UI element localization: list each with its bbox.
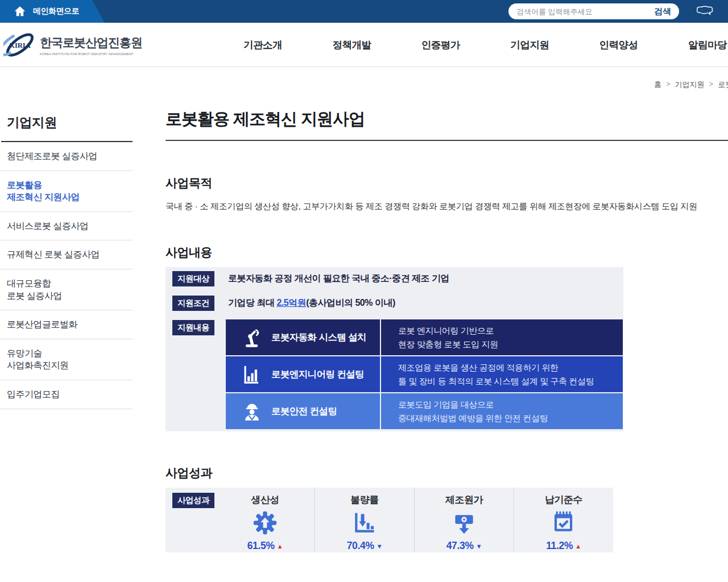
sidebar-item-service-robot[interactable]: 서비스로봇 실증사업 [0,212,133,241]
sidebar-item-tenant-recruitment[interactable]: 입주기업모집 [0,380,133,409]
main-home-label: 메인화면으로 [33,6,79,16]
support-detail-badge: 지원내용 [172,320,214,335]
svg-text:KIRIA: KIRIA [9,41,31,49]
page-title: 로봇활용 제조혁신 지원사업 [166,108,728,141]
sidebar-item-globalization[interactable]: 로봇산업글로벌화 [0,310,133,339]
detail-row-engineering-consulting: 로봇엔지니어링 컨설팅 제조업용 로봇을 생산 공정에 적용하기 위한 툴 및 … [226,356,623,392]
condition-suffix: (총사업비의 50% 이내) [306,298,395,307]
global-nav: 기관소개 정책개발 인증평가 기업지원 인력양성 알림마당 [243,23,727,67]
sidebar-title: 기업지원 [1,114,133,142]
top-utility-bar: 메인화면으로 검색 [0,0,728,23]
nav-policy[interactable]: 정책개발 [332,38,371,52]
robot-arm-icon [241,327,263,348]
breadcrumb: 홈 > 기업지원 > 로봇 [654,80,728,90]
safety-worker-icon [241,401,263,422]
up-arrow-icon: ▲ [575,543,581,550]
search-button[interactable]: 검색 [654,6,671,17]
calendar-check-icon [551,510,576,535]
stat-manufacturing-cost: 제조원가 47.3%▼ [414,488,514,552]
stat-defect-rate: 불량률 70.4%▼ [315,488,414,552]
detail-row-desc: 로봇 엔지니어링 기반으로 [398,324,623,337]
nav-certification[interactable]: 인증평가 [421,38,460,52]
nav-about[interactable]: 기관소개 [243,38,282,52]
main-home-button[interactable]: 메인화면으로 [0,0,108,23]
detail-row-desc: 로봇도입 기업을 대상으로 [398,398,623,411]
logo-korean-name: 한국로봇산업진흥원 [40,35,142,51]
purpose-body: 국내 중 · 소 제조기업의 생산성 향상, 고부가가치화 등 제조 경쟁력 강… [166,200,706,213]
home-icon [14,5,26,18]
down-arrow-icon: ▼ [377,543,383,550]
detail-row-title: 로봇엔지니어링 컨설팅 [271,368,364,381]
support-target-text: 로봇자동화 공정 개선이 필요한 국내 중소·중견 제조 기업 [228,273,449,285]
stat-productivity: 생산성 61.5%▲ [216,488,315,552]
stat-label: 생산성 [216,493,315,506]
site-header: KIRIA 한국로봇산업진흥원 KOREA INSTITUTE FOR ROBO… [0,23,728,67]
stat-label: 제조원가 [415,493,514,506]
detail-row-safety-consulting: 로봇안전 컨설팅 로봇도입 기업을 대상으로 중대재해처벌법 예방을 위한 안전… [226,393,623,429]
detail-row-desc: 중대재해처벌법 예방을 위한 안전 컨설팅 [398,411,623,425]
condition-prefix: 기업당 최대 [228,298,276,307]
support-detail-table: 로봇자동화 시스템 설치 로봇 엔지니어링 기반으로 현장 맞춤형 로봇 도입 … [226,319,623,430]
stat-value: 47.3%▼ [415,540,514,552]
up-arrow-icon: ▲ [277,543,283,550]
gear-up-icon [253,510,278,535]
sidebar-item-promising-tech[interactable]: 유망기술 사업화촉진지원 [0,339,133,380]
business-content-infographic: 지원대상 로봇자동화 공정 개선이 필요한 국내 중소·중견 제조 기업 지원조… [166,267,623,431]
nav-hr-development[interactable]: 인력양성 [599,38,638,52]
detail-row-desc: 제조업용 로봇을 생산 공정에 적용하기 위한 [398,361,623,374]
sidebar-item-large-scale-convergence[interactable]: 대규모융합 로봇 실증사업 [0,269,133,310]
support-target-row: 지원대상 로봇자동화 공정 개선이 필요한 국내 중소·중견 제조 기업 [172,271,449,286]
business-results-infographic: 사업성과 생산성 61.5%▲ 불량률 [166,488,613,552]
stat-value: 70.4%▼ [315,540,414,552]
nav-news[interactable]: 알림마당 [688,38,727,52]
detail-row-desc: 툴 및 장비 등 최적의 로봇 시스템 설계 및 구축 컨설팅 [398,375,623,388]
kiria-logo-mark-icon: KIRIA [3,28,36,61]
sidebar-menu: 기업지원 첨단제조로봇 실증사업 로봇활용 제조혁신 지원사업 서비스로봇 실증… [0,114,133,409]
support-condition-row: 지원조건 기업당 최대 2.5억원(총사업비의 50% 이내) [172,296,395,311]
nav-business-support[interactable]: 기업지원 [510,38,549,52]
support-target-badge: 지원대상 [172,271,214,286]
down-arrow-icon: ▼ [476,543,482,550]
support-condition-text: 기업당 최대 2.5억원(총사업비의 50% 이내) [228,297,395,309]
results-heading: 사업성과 [166,465,212,481]
sidebar-item-regulation-innovation[interactable]: 규제혁신 로봇 실증사업 [0,240,133,269]
chart-down-icon [352,510,377,535]
breadcrumb-home[interactable]: 홈 [654,80,661,90]
content-heading: 사업내용 [166,244,212,260]
results-badge: 사업성과 [172,493,214,508]
results-stats: 생산성 61.5%▲ 불량률 [216,488,613,552]
bar-chart-icon [241,364,263,385]
stat-label: 불량률 [315,493,414,506]
stat-label: 납기준수 [514,493,613,506]
breadcrumb-separator: > [709,80,714,90]
site-search: 검색 [508,3,679,19]
sidebar-item-robot-manufacturing-innovation[interactable]: 로봇활용 제조혁신 지원사업 [0,171,133,212]
breadcrumb-business-support[interactable]: 기업지원 [675,80,705,90]
purpose-heading: 사업목적 [166,175,212,191]
stat-value: 61.5%▲ [216,540,315,552]
sidebar-item-advanced-robot[interactable]: 첨단제조로봇 실증사업 [0,142,133,171]
detail-row-title: 로봇안전 컨설팅 [271,405,337,418]
search-input[interactable] [516,7,654,16]
sitemap-map-icon[interactable] [695,5,714,18]
kiria-logo[interactable]: KIRIA 한국로봇산업진흥원 KOREA INSTITUTE FOR ROBO… [3,28,142,61]
detail-row-system-install: 로봇자동화 시스템 설치 로봇 엔지니어링 기반으로 현장 맞춤형 로봇 도입 … [226,319,623,355]
detail-row-desc: 현장 맞춤형 로봇 도입 지원 [398,338,623,351]
cost-down-icon [452,510,477,535]
breadcrumb-separator: > [666,80,671,90]
detail-row-title: 로봇자동화 시스템 설치 [271,331,366,344]
stat-value: 11.2%▲ [514,540,613,552]
stat-delivery-compliance: 납기준수 11.2%▲ [514,488,613,552]
condition-amount-link[interactable]: 2.5억원 [276,298,306,307]
breadcrumb-current[interactable]: 로봇 [718,80,728,90]
support-condition-badge: 지원조건 [172,296,214,311]
logo-english-name: KOREA INSTITUTE FOR ROBOT INDUSTRY ADVAN… [40,52,142,56]
